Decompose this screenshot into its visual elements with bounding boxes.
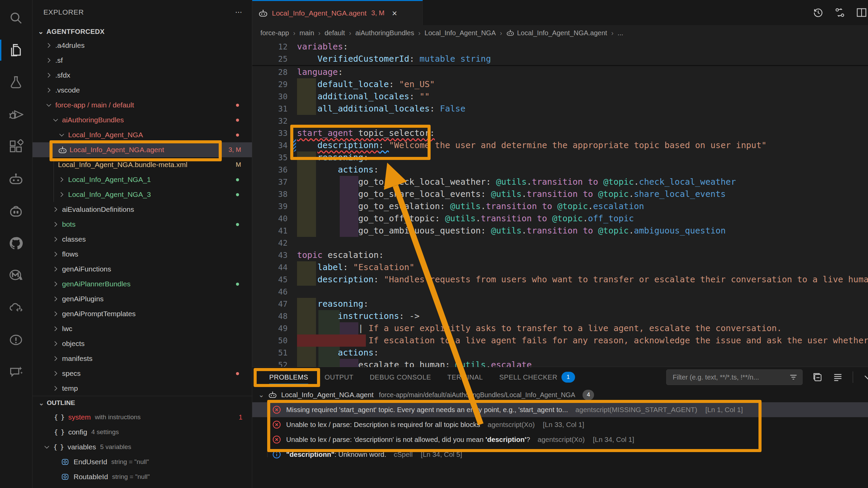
tree-item[interactable]: .sfdx [33, 68, 252, 83]
tree-item[interactable]: lwc [33, 321, 252, 336]
outline-item[interactable]: { }config4 settings [33, 425, 252, 440]
breadcrumb-item[interactable]: ... [617, 29, 623, 37]
code-token: . [629, 189, 634, 199]
panel-tab-problems[interactable]: PROBLEMS [261, 367, 316, 387]
outline-item[interactable]: RoutableIdstring = "null" [33, 469, 252, 484]
tab-local-info-agent[interactable]: Local_Info_Agent_NGA.agent 3, M × [252, 0, 423, 25]
problem-row[interactable]: Unable to lex / parse: Description is re… [252, 417, 868, 432]
tree-item[interactable]: Local_Info_Agent_NGA.bundle-meta.xmlM [33, 157, 252, 172]
outline-header[interactable]: ⌄ OUTLINE [33, 396, 252, 410]
breadcrumb-item[interactable]: Local_Info_Agent_NGA [425, 29, 496, 37]
history-icon[interactable] [812, 7, 824, 18]
workspace-section-header[interactable]: ⌄ AGENTFORCEDX [33, 24, 252, 39]
code-line: 28language: [252, 66, 868, 78]
open-changes-icon[interactable] [834, 7, 846, 18]
tree-item[interactable]: objects [33, 336, 252, 351]
outline-item[interactable]: { }systemwith instructions1 [33, 410, 252, 425]
breadcrumb-item[interactable]: default [324, 29, 345, 37]
code-token: . [629, 226, 634, 236]
code-token: escalate [491, 360, 532, 367]
tree-item[interactable]: genAiPlannerBundles [33, 277, 252, 291]
code-token: language [297, 67, 338, 77]
outline-item[interactable]: EndUserIdstring = "null" [33, 454, 252, 469]
problems-file-group[interactable]: ⌄ Local_Info_Agent_NGA.agent force-app/m… [252, 387, 868, 402]
activity-mulesoft-icon[interactable] [0, 260, 32, 291]
tree-item[interactable]: .sf [33, 53, 252, 68]
git-modified-marker [292, 139, 296, 151]
robot-icon [8, 171, 23, 186]
code-token: topic [297, 250, 322, 260]
info-icon [272, 450, 281, 459]
problem-row[interactable]: Missing required 'start_agent' topic. Ev… [252, 402, 868, 417]
tree-item[interactable]: flows [33, 247, 252, 262]
tree-item-label: Local_Info_Agent_NGA [68, 131, 143, 139]
code-token: | [358, 323, 369, 333]
braces-icon: { } [54, 413, 64, 421]
code-token: . [486, 360, 491, 367]
tree-item[interactable]: genAiFunctions [33, 262, 252, 277]
view-as-list-icon[interactable] [832, 372, 843, 383]
tree-item-label: force-app / main / default [55, 101, 134, 109]
variable-icon [61, 458, 70, 466]
tree-item[interactable]: Local_Info_Agent_NGA [33, 127, 252, 142]
panel-tab-output[interactable]: OUTPUT [316, 367, 361, 387]
code-token: description [317, 274, 374, 284]
chevron-right-icon [45, 86, 55, 94]
tree-item-label: .sfdx [55, 71, 70, 79]
cloud-code-icon [8, 300, 23, 315]
filter-icon[interactable] [789, 372, 798, 382]
panel-tab-label: PROBLEMS [269, 373, 308, 381]
panel-tab-spell-checker[interactable]: SPELL CHECKER1 [491, 367, 583, 387]
breadcrumb-item[interactable]: main [299, 29, 314, 37]
code-token: : [430, 104, 440, 114]
breadcrumb-item[interactable]: force-app [260, 29, 289, 37]
chevron-right-icon [58, 191, 68, 198]
tree-item[interactable]: aiEvaluationDefinitions [33, 202, 252, 217]
activity-robot-icon[interactable] [0, 164, 32, 194]
sidebar-title: EXPLORER [43, 8, 84, 16]
activity-beaker-icon[interactable] [0, 67, 32, 98]
breadcrumb-item[interactable]: aiAuthoringBundles [355, 29, 414, 37]
tree-item[interactable]: force-app / main / default [33, 98, 252, 113]
vscode-window: { "activity_bar": { "items": [ {"icon": … [0, 0, 868, 488]
activity-files-icon[interactable] [0, 35, 32, 65]
problem-row[interactable]: "descriptionn": Unknown word.cSpell[Ln 3… [252, 447, 868, 462]
tree-item[interactable]: aiAuthoringBundles [33, 113, 252, 127]
tree-item[interactable]: .a4drules [33, 38, 252, 53]
activity-issue-icon[interactable] [0, 325, 32, 355]
activity-feedback-sparkle-icon[interactable] [0, 357, 32, 387]
panel-chevron-icon[interactable] [863, 372, 868, 383]
close-icon[interactable]: × [392, 9, 397, 18]
github-icon [8, 236, 23, 251]
activity-extensions-icon[interactable] [0, 131, 32, 162]
tree-item[interactable]: temp [33, 381, 252, 396]
tree-item[interactable]: specs [33, 366, 252, 381]
code-token: descriptionn [317, 140, 379, 150]
tree-item[interactable]: bots [33, 217, 252, 232]
tree-item[interactable]: Local_Info_Agent_NGA_3 [33, 187, 252, 202]
tree-item[interactable]: genAiPlugins [33, 291, 252, 306]
tree-item[interactable]: Local_Info_Agent_NGA_1 [33, 172, 252, 187]
panel-tab-debug-console[interactable]: DEBUG CONSOLE [361, 367, 439, 387]
activity-agent-helmet-icon[interactable] [0, 196, 32, 226]
tree-item[interactable]: classes [33, 232, 252, 247]
tree-item[interactable]: genAiPromptTemplates [33, 306, 252, 321]
code-token: . [521, 226, 527, 236]
code-editor[interactable]: 12variables:25VerifiedCustomerId: mutabl… [252, 41, 868, 367]
breadcrumb-item[interactable]: Local_Info_Agent_NGA.agent [506, 29, 607, 37]
activity-run-debug-icon[interactable] [0, 99, 32, 130]
more-actions-icon[interactable]: ⋯ [235, 8, 242, 16]
panel-tab-terminal[interactable]: TERMINAL [439, 367, 491, 387]
problem-row[interactable]: Unable to lex / parse: 'descriptionn' is… [252, 432, 868, 447]
filter-input[interactable] [672, 373, 786, 382]
outline-item-detail: string = "null" [112, 473, 150, 481]
collapse-all-icon[interactable] [812, 372, 823, 383]
outline-item[interactable]: { }variables5 variables [33, 440, 252, 454]
activity-github-icon[interactable] [0, 228, 32, 259]
split-editor-icon[interactable] [856, 7, 867, 18]
tree-item[interactable]: .vscode [33, 83, 252, 98]
activity-search-icon[interactable] [0, 3, 32, 33]
tree-item[interactable]: manifests [33, 351, 252, 366]
activity-cloud-code-icon[interactable] [0, 292, 32, 323]
tree-item[interactable]: Local_Info_Agent_NGA.agent3, M [33, 142, 252, 157]
